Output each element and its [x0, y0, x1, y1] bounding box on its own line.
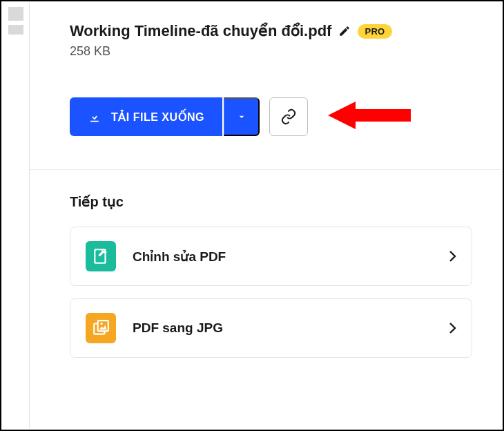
- edit-pdf-icon: [86, 241, 116, 271]
- download-dropdown-button[interactable]: [224, 97, 260, 136]
- section-divider: [30, 169, 501, 170]
- chevron-right-icon: [448, 321, 456, 335]
- download-button[interactable]: TẢI FILE XUỐNG: [70, 97, 222, 136]
- file-title: Working Timeline-đã chuyển đổi.pdf: [70, 22, 331, 40]
- main-content: Working Timeline-đã chuyển đổi.pdf PRO 2…: [30, 3, 501, 428]
- app-frame: Working Timeline-đã chuyển đổi.pdf PRO 2…: [0, 0, 504, 431]
- download-icon: [88, 110, 101, 124]
- option-label: Chỉnh sửa PDF: [133, 249, 432, 265]
- link-icon: [280, 108, 297, 125]
- option-pdf-to-jpg[interactable]: PDF sang JPG: [70, 298, 472, 358]
- chevron-down-icon: [236, 111, 247, 122]
- action-row: TẢI FILE XUỐNG: [70, 97, 472, 136]
- page-thumbnail[interactable]: [8, 7, 23, 21]
- page-thumbnail[interactable]: [8, 25, 23, 35]
- arrow-left-icon: [328, 98, 411, 133]
- title-row: Working Timeline-đã chuyển đổi.pdf PRO: [70, 22, 472, 40]
- svg-marker-0: [328, 102, 411, 129]
- pdf-to-jpg-icon: [86, 313, 116, 343]
- pro-badge: PRO: [358, 24, 391, 39]
- svg-point-4: [100, 323, 102, 325]
- download-label: TẢI FILE XUỐNG: [111, 111, 204, 124]
- option-label: PDF sang JPG: [133, 320, 432, 336]
- chevron-right-icon: [448, 249, 456, 263]
- edit-icon[interactable]: [338, 25, 351, 37]
- page-thumbnail-gutter: [3, 3, 29, 428]
- file-size: 258 KB: [70, 44, 472, 59]
- continue-section-title: Tiếp tục: [70, 193, 472, 210]
- share-link-button[interactable]: [269, 97, 308, 136]
- annotation-arrow: [328, 98, 411, 135]
- option-edit-pdf[interactable]: Chỉnh sửa PDF: [70, 227, 472, 286]
